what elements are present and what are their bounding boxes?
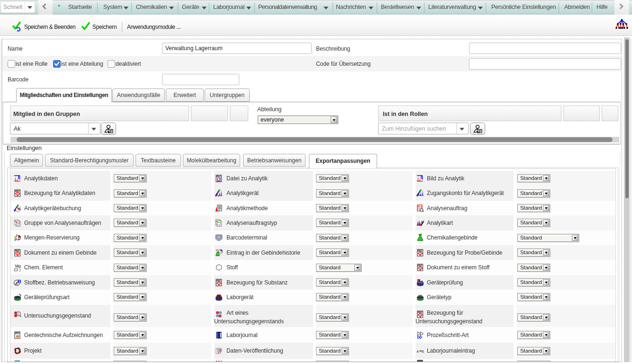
svg-text:B: B — [422, 350, 424, 353]
svg-text:PDF: PDF — [15, 332, 19, 334]
svg-text:!: ! — [17, 192, 18, 195]
svg-text:?: ? — [420, 280, 424, 285]
svg-text:PDF: PDF — [217, 175, 221, 178]
svg-text:Cl: Cl — [14, 267, 18, 272]
svg-text:!: ! — [420, 251, 421, 255]
svg-text:!: ! — [420, 313, 421, 316]
svg-text:M: M — [421, 221, 423, 223]
svg-text:!: ! — [420, 266, 421, 270]
svg-text:Req: Req — [217, 221, 221, 223]
svg-text:Req: Req — [418, 205, 422, 207]
svg-text:ftp:/: ftp:/ — [216, 195, 222, 197]
svg-text:Rq1: Rq1 — [17, 222, 20, 224]
svg-text:!: ! — [218, 281, 219, 284]
svg-text:A: A — [417, 350, 419, 353]
svg-text:!: ! — [17, 251, 18, 255]
svg-text:***: *** — [417, 194, 421, 197]
svg-text:2: 2 — [19, 269, 21, 272]
